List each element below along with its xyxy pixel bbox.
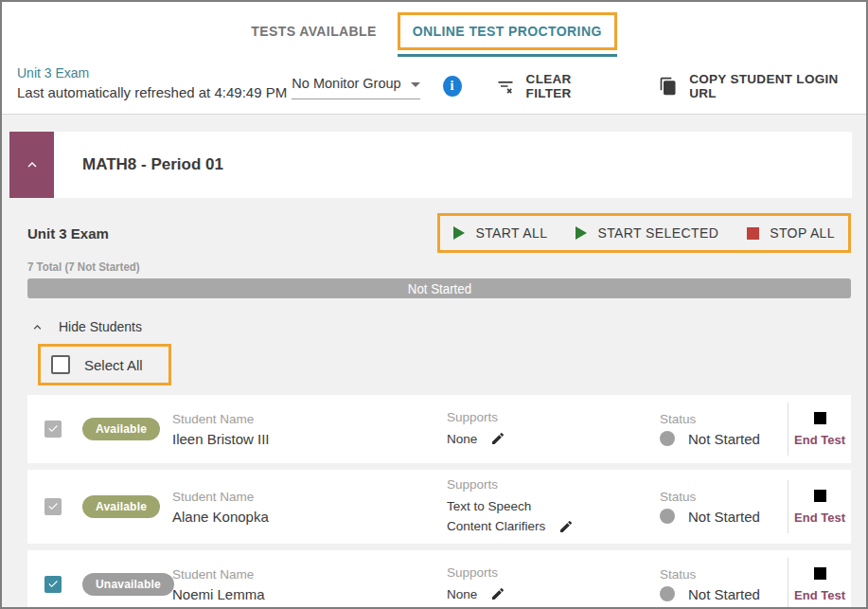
stop-all-button[interactable]: STOP ALL: [747, 225, 835, 241]
filter-clear-icon: [496, 77, 515, 96]
student-checkbox[interactable]: [44, 576, 62, 593]
page-header: TESTS AVAILABLE ONLINE TEST PROCTORING U…: [2, 2, 866, 115]
monitor-group-select[interactable]: No Monitor Group: [292, 76, 419, 99]
supports-cell: Supports None: [447, 565, 660, 604]
supports-cell: Supports Text to SpeechContent Clarifier…: [447, 477, 660, 536]
proctoring-content: MATH8 - Period 01 Unit 3 Exam START ALL …: [2, 115, 866, 609]
chevron-down-icon: [411, 82, 420, 87]
student-row: Available Student Name Alane Konopka Sup…: [27, 470, 851, 544]
copy-login-label: COPY STUDENT LOGIN URL: [689, 72, 851, 100]
chevron-up-icon: [30, 320, 44, 334]
test-actions-box: START ALL START SELECTED STOP ALL: [437, 213, 851, 253]
tab-tests-available[interactable]: TESTS AVAILABLE: [251, 12, 390, 39]
student-name-cell: Student Name Ileen Bristow III: [172, 412, 447, 447]
class-group-title: MATH8 - Period 01: [54, 132, 852, 198]
end-test-label: End Test: [794, 433, 845, 447]
student-name-value: Ileen Bristow III: [172, 431, 447, 447]
stop-icon: [747, 227, 759, 240]
tab-online-test-proctoring[interactable]: ONLINE TEST PROCTORING: [398, 12, 617, 50]
student-count-summary: 7 Total (7 Not Started): [27, 260, 799, 274]
last-refreshed-text: Last automatically refreshed at 4:49:49 …: [17, 84, 292, 100]
student-checkbox[interactable]: [44, 498, 62, 515]
play-icon: [576, 226, 587, 240]
play-icon: [453, 226, 465, 240]
student-row: Available Student Name Ileen Bristow III…: [27, 395, 851, 463]
supports-label: Supports: [447, 410, 660, 424]
status-dot-icon: [660, 431, 675, 446]
support-value: Text to Speech: [447, 496, 660, 516]
toolbar: Unit 3 Exam Last automatically refreshed…: [2, 57, 866, 114]
checkmark-icon: [46, 500, 60, 513]
clear-filter-label: CLEAR FILTER: [526, 72, 611, 100]
app-window: TESTS AVAILABLE ONLINE TEST PROCTORING U…: [0, 0, 868, 609]
status-cell: Status Not Started: [660, 412, 788, 447]
collapse-group-button[interactable]: [9, 132, 54, 198]
availability-cell: Available: [82, 495, 172, 518]
progress-bar-label: Not Started: [407, 281, 470, 296]
end-test-button[interactable]: End Test: [788, 412, 851, 447]
stop-all-label: STOP ALL: [770, 225, 835, 241]
student-name-value: Alane Konopka: [172, 509, 447, 525]
exam-section-header: Unit 3 Exam START ALL START SELECTED STO…: [27, 213, 851, 253]
student-name-cell: Student Name Noemi Lemma: [172, 567, 447, 602]
chevron-up-icon: [24, 156, 41, 173]
edit-pencil-icon[interactable]: [558, 519, 574, 534]
student-name-label: Student Name: [172, 567, 447, 582]
student-checkbox-cell: [27, 498, 82, 515]
supports-values: Text to SpeechContent Clarifiers: [447, 496, 660, 536]
availability-cell: Unavailable: [82, 573, 172, 596]
student-name-cell: Student Name Alane Konopka: [172, 490, 447, 525]
end-test-label: End Test: [794, 588, 845, 602]
student-name-value: Noemi Lemma: [172, 586, 447, 602]
exam-name-link[interactable]: Unit 3 Exam: [17, 65, 292, 81]
status-label: Status: [660, 490, 788, 504]
hide-students-toggle[interactable]: Hide Students: [30, 319, 866, 334]
support-value: None: [447, 584, 660, 604]
supports-label: Supports: [447, 477, 660, 492]
student-list: Available Student Name Ileen Bristow III…: [27, 395, 851, 609]
stop-square-icon: [814, 567, 826, 580]
hide-students-label: Hide Students: [59, 319, 142, 334]
start-all-button[interactable]: START ALL: [453, 225, 547, 241]
student-name-label: Student Name: [172, 490, 447, 504]
end-test-button[interactable]: End Test: [788, 567, 851, 602]
student-checkbox-cell: [27, 576, 82, 593]
status-cell: Status Not Started: [660, 490, 788, 525]
status-value: Not Started: [688, 509, 760, 525]
supports-values: None: [447, 584, 660, 604]
edit-pencil-icon[interactable]: [490, 586, 505, 601]
clear-filter-button[interactable]: CLEAR FILTER: [496, 72, 611, 100]
checkmark-icon: [46, 422, 60, 436]
info-icon[interactable]: i: [443, 76, 462, 97]
status-line: Not Started: [660, 509, 788, 525]
start-selected-button[interactable]: START SELECTED: [576, 225, 718, 241]
status-cell: Status Not Started: [660, 567, 788, 602]
status-label: Status: [660, 412, 788, 426]
end-test-label: End Test: [794, 510, 845, 525]
monitor-group-value: No Monitor Group: [292, 76, 400, 91]
status-line: Not Started: [660, 586, 788, 602]
status-value: Not Started: [688, 431, 760, 447]
active-tab-underline: [398, 54, 617, 57]
support-value: Content Clarifiers: [447, 516, 660, 536]
status-progress-bar: Not Started: [27, 278, 851, 298]
student-checkbox[interactable]: [44, 421, 62, 438]
student-checkbox-cell: [27, 421, 82, 438]
availability-badge: Unavailable: [82, 573, 174, 596]
exam-info: Unit 3 Exam Last automatically refreshed…: [17, 65, 292, 100]
status-value: Not Started: [688, 586, 760, 602]
end-test-button[interactable]: End Test: [788, 490, 851, 525]
select-all-checkbox[interactable]: [51, 355, 70, 374]
copy-icon: [659, 77, 678, 96]
start-all-label: START ALL: [475, 225, 547, 241]
copy-student-login-url-button[interactable]: COPY STUDENT LOGIN URL: [659, 72, 851, 100]
edit-pencil-icon[interactable]: [490, 431, 505, 446]
exam-section-title: Unit 3 Exam: [27, 225, 109, 242]
status-dot-icon: [660, 509, 675, 524]
stop-square-icon: [814, 490, 826, 502]
tab-online-test-proctoring-wrap: ONLINE TEST PROCTORING: [398, 12, 617, 57]
status-label: Status: [660, 567, 788, 582]
status-dot-icon: [660, 586, 675, 601]
availability-cell: Available: [82, 418, 172, 440]
supports-cell: Supports None: [447, 410, 660, 449]
